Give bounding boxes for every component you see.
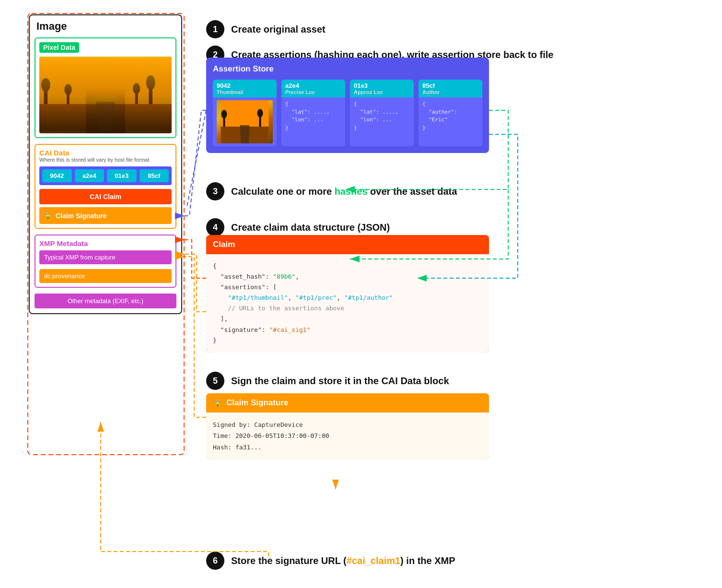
other-metadata: Other metadata (EXIF, etc.) bbox=[35, 294, 176, 308]
step-1-row: 1 Create original asset bbox=[206, 20, 326, 38]
svg-rect-1 bbox=[39, 104, 172, 131]
asset-hash-value: "89b6" bbox=[273, 273, 295, 280]
claim-box-title: Claim bbox=[206, 235, 489, 254]
svg-marker-14 bbox=[240, 125, 250, 143]
hashes-highlight: hashes bbox=[335, 186, 368, 197]
chip-9042: 9042 bbox=[42, 169, 72, 182]
step-3-row: 3 Calculate one or more hashes over the … bbox=[206, 182, 457, 200]
thumbnail-image bbox=[217, 100, 273, 143]
step-3-circle: 3 bbox=[206, 182, 224, 200]
assertion-col-author: 85cf Author { "author": "Eric" } bbox=[419, 80, 482, 146]
svg-point-4 bbox=[41, 78, 50, 92]
assertion-col-precise-body: { "lat": ...., "lon": ... } bbox=[281, 97, 345, 136]
assertion-col-approx-body: { "lat": ...., "lon": ... } bbox=[350, 97, 414, 136]
svg-point-6 bbox=[146, 75, 155, 90]
assertions-list: "#tp1/thumbnail" bbox=[228, 294, 288, 301]
xmp-typical: Typical XMP from capture bbox=[39, 250, 172, 264]
pixel-data-label: Pixel Data bbox=[39, 42, 79, 53]
pixel-data-box: Pixel Data bbox=[35, 37, 176, 138]
assertion-col-approx-loc: 01e3 Approx Loc { "lat": ...., "lon": ..… bbox=[350, 80, 414, 146]
step-5-row: 5 Sign the claim and store it in the CAI… bbox=[206, 372, 449, 390]
assertion-col-precise-loc: a2e4 Precise Loc { "lat": ...., "lon": .… bbox=[281, 80, 345, 146]
svg-point-16 bbox=[221, 110, 227, 118]
main-container: Image Pixel Data bbox=[0, 0, 722, 588]
cai-claim-button: CAI Claim bbox=[39, 189, 172, 204]
xmp-provenance: dc:provenance bbox=[39, 269, 172, 283]
chip-85cf: 85cf bbox=[140, 169, 169, 182]
svg-rect-0 bbox=[39, 59, 172, 131]
image-panel-title: Image bbox=[35, 20, 176, 33]
assertion-columns: 9042 Thumbnail bbox=[213, 80, 482, 146]
author-json: { "author": "Eric" } bbox=[422, 100, 478, 132]
step-5-text: Sign the claim and store it in the CAI D… bbox=[231, 376, 449, 387]
step-1-circle: 1 bbox=[206, 20, 224, 38]
step-3-text: Calculate one or more hashes over the as… bbox=[231, 186, 457, 197]
lock-icon-sig: 🔒 bbox=[213, 399, 222, 408]
precise-loc-json: { "lat": ...., "lon": ... } bbox=[285, 100, 341, 132]
chip-a2e4: a2e4 bbox=[75, 169, 105, 182]
svg-rect-9 bbox=[135, 90, 138, 104]
sig-box-to-panel-arrow bbox=[185, 257, 206, 417]
claim-to-cai-claim-arrow bbox=[185, 240, 206, 278]
assertion-col-author-body: { "author": "Eric" } bbox=[419, 97, 482, 136]
claim-sig-title: 🔒 Claim Signature bbox=[206, 393, 489, 412]
assertion-store-title: Assertion Store bbox=[213, 64, 482, 74]
chip-01e3: 01e3 bbox=[107, 169, 137, 182]
claim-code: { "asset_hash": "89b6", "assertions": [ … bbox=[213, 261, 482, 346]
assertion-store-box: Assertion Store 9042 Thumbnail bbox=[206, 58, 489, 153]
svg-point-18 bbox=[257, 109, 263, 118]
claim-signature-box: 🔒 Claim Signature Signed by: CaptureDevi… bbox=[206, 393, 489, 459]
xmp-metadata-box: XMP Metadata Typical XMP from capture dc… bbox=[35, 235, 176, 288]
claim-sig-body: Signed by: CaptureDevice Time: 2020-06-0… bbox=[206, 412, 489, 459]
assertion-col-precise-header: a2e4 Precise Loc bbox=[281, 80, 345, 97]
pixel-data-image bbox=[39, 57, 172, 133]
svg-rect-7 bbox=[67, 90, 70, 104]
cai-claim-url: #cai_claim1 bbox=[347, 555, 400, 566]
assertion-col-approx-header: 01e3 Approx Loc bbox=[350, 80, 414, 97]
arrow-assertion-to-cai bbox=[187, 110, 206, 206]
xmp-label: XMP Metadata bbox=[39, 239, 172, 247]
assertion-col-author-header: 85cf Author bbox=[419, 80, 482, 97]
step-4-circle: 4 bbox=[206, 218, 224, 236]
step-6-circle: 6 bbox=[206, 552, 224, 570]
assertion-refs-row: 9042 a2e4 01e3 85cf bbox=[39, 166, 172, 185]
claim-box: Claim { "asset_hash": "89b6", "assertion… bbox=[206, 235, 489, 353]
step-4-row: 4 Create claim data structure (JSON) bbox=[206, 218, 390, 236]
assertion-to-cai-arrow bbox=[185, 110, 206, 216]
claim-box-body: { "asset_hash": "89b6", "assertions": [ … bbox=[206, 254, 489, 353]
svg-marker-2 bbox=[96, 102, 115, 131]
cai-data-box: CAI Data Where this is stored will vary … bbox=[35, 144, 176, 229]
svg-rect-5 bbox=[149, 83, 152, 104]
time: Time: 2020-06-05T10:37:00-07:00 bbox=[213, 430, 482, 441]
step-5-circle: 5 bbox=[206, 372, 224, 390]
signature-value: "#cai_sig1" bbox=[269, 326, 310, 333]
assertion-col-thumbnail-header: 9042 Thumbnail bbox=[213, 80, 277, 97]
approx-loc-json: { "lat": ...., "lon": ... } bbox=[354, 100, 410, 132]
step-1-text: Create original asset bbox=[231, 24, 326, 35]
lock-icon: 🔒 bbox=[43, 211, 53, 220]
cai-data-label: CAI Data bbox=[39, 149, 172, 157]
signed-by: Signed by: CaptureDevice bbox=[213, 419, 482, 430]
step-6-text: Store the signature URL (#cai_claim1) in… bbox=[231, 555, 455, 566]
claim-sig-to-panel-arrow bbox=[185, 254, 206, 312]
step-4-text: Create claim data structure (JSON) bbox=[231, 222, 390, 233]
cai-data-sublabel: Where this is stored will vary by host f… bbox=[39, 157, 172, 163]
image-panel: Image Pixel Data bbox=[29, 14, 182, 314]
hash: Hash: fa31... bbox=[213, 442, 482, 453]
claim-signature-button: 🔒 Claim Signature bbox=[39, 207, 172, 224]
assertion-col-thumbnail-body bbox=[213, 97, 277, 146]
step-6-row: 6 Store the signature URL (#cai_claim1) … bbox=[206, 552, 455, 570]
svg-rect-3 bbox=[44, 86, 48, 104]
assertion-col-thumbnail: 9042 Thumbnail bbox=[213, 80, 277, 146]
svg-point-8 bbox=[64, 84, 71, 95]
svg-point-11 bbox=[92, 95, 119, 104]
svg-point-10 bbox=[133, 83, 140, 94]
